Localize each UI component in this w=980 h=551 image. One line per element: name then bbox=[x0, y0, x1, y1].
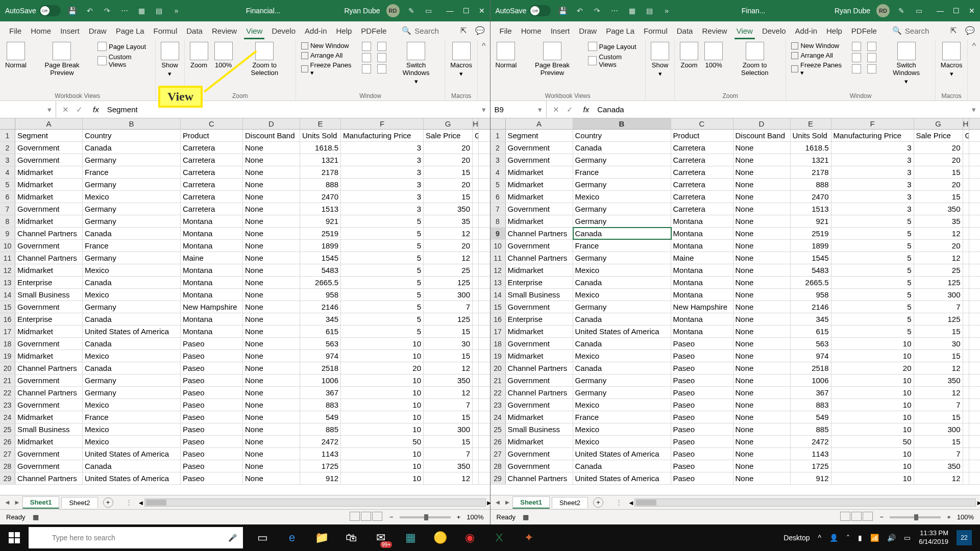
pen-icon[interactable]: ✎ bbox=[406, 5, 417, 16]
cell[interactable]: None bbox=[733, 448, 791, 460]
zoom-100-button[interactable]: 100% bbox=[704, 42, 723, 69]
cell[interactable]: 912 bbox=[300, 472, 341, 484]
battery-icon[interactable]: ▮ bbox=[858, 534, 862, 542]
cell[interactable]: 12 bbox=[914, 252, 963, 264]
sheet-tab[interactable]: Sheet2 bbox=[552, 497, 588, 508]
cell[interactable]: 20 bbox=[914, 154, 963, 166]
ime-icon[interactable]: ▭ bbox=[904, 534, 911, 542]
cell[interactable]: 10 bbox=[831, 374, 914, 386]
tab-add-in[interactable]: Add-in bbox=[301, 23, 331, 38]
tab-review[interactable]: Review bbox=[208, 23, 241, 38]
cell[interactable]: Paseo bbox=[671, 448, 733, 460]
cell[interactable]: 10 bbox=[341, 472, 424, 484]
tab-review[interactable]: Review bbox=[698, 23, 731, 38]
cell[interactable]: None bbox=[243, 387, 300, 398]
cell[interactable]: None bbox=[733, 191, 791, 203]
cell[interactable]: 345 bbox=[300, 313, 341, 325]
row-header[interactable]: 24 bbox=[491, 411, 506, 423]
cell[interactable]: Canada bbox=[573, 228, 671, 239]
cell[interactable]: United States of America bbox=[83, 448, 181, 460]
zoom-slider[interactable] bbox=[400, 516, 451, 518]
cell[interactable]: 12 bbox=[424, 228, 473, 239]
tab-develo[interactable]: Develo bbox=[267, 23, 300, 38]
tell-me-search[interactable]: 🔍 Search bbox=[402, 26, 439, 35]
cell[interactable] bbox=[473, 472, 479, 484]
cell[interactable]: None bbox=[733, 374, 791, 386]
cell[interactable]: None bbox=[243, 362, 300, 374]
cell[interactable]: Canada bbox=[83, 362, 181, 374]
cell[interactable]: 2518 bbox=[791, 362, 831, 374]
cell[interactable]: 958 bbox=[791, 289, 831, 300]
cell[interactable]: Government bbox=[506, 203, 573, 215]
cell[interactable]: None bbox=[733, 301, 791, 313]
cell[interactable]: Channel Partners bbox=[15, 362, 83, 374]
macros-button[interactable]: Macros▾ bbox=[941, 42, 963, 78]
cell[interactable]: 15 bbox=[914, 436, 963, 447]
people-icon[interactable]: 👤 bbox=[829, 534, 838, 542]
cell[interactable]: 2472 bbox=[300, 436, 341, 447]
cell[interactable]: Channel Partners bbox=[15, 387, 83, 398]
cell[interactable] bbox=[963, 472, 969, 484]
cell[interactable]: None bbox=[243, 154, 300, 166]
cell[interactable] bbox=[473, 264, 479, 276]
maximize-icon[interactable]: ☐ bbox=[463, 7, 470, 15]
cell[interactable]: None bbox=[243, 448, 300, 460]
cell[interactable]: None bbox=[243, 191, 300, 203]
cell[interactable]: Discount Band bbox=[733, 130, 791, 141]
cell[interactable]: Midmarket bbox=[15, 350, 83, 362]
cell[interactable]: Mexico bbox=[573, 264, 671, 276]
save-icon[interactable]: 💾 bbox=[67, 5, 78, 16]
tab-formul[interactable]: Formul bbox=[640, 23, 672, 38]
cell[interactable]: Government bbox=[506, 338, 573, 349]
close-icon[interactable]: ✕ bbox=[479, 7, 485, 15]
zoom-level[interactable]: 100% bbox=[957, 513, 974, 521]
row-header[interactable]: 26 bbox=[491, 436, 506, 447]
cell[interactable] bbox=[473, 252, 479, 264]
cell[interactable]: None bbox=[243, 228, 300, 239]
cell[interactable]: None bbox=[243, 411, 300, 423]
window-icon[interactable]: ▭ bbox=[423, 5, 434, 16]
cell[interactable]: Small Business bbox=[506, 423, 573, 435]
cell[interactable]: 15 bbox=[424, 166, 473, 178]
cell[interactable] bbox=[963, 460, 969, 472]
cell[interactable]: United States of America bbox=[573, 325, 671, 337]
cell[interactable]: None bbox=[733, 325, 791, 337]
cell[interactable]: Government bbox=[15, 448, 83, 460]
cell[interactable]: Small Business bbox=[506, 289, 573, 300]
cell[interactable]: Midmarket bbox=[15, 325, 83, 337]
cell[interactable]: Germany bbox=[573, 301, 671, 313]
cell[interactable]: 5 bbox=[831, 215, 914, 227]
cell[interactable]: 3 bbox=[341, 142, 424, 154]
row-header[interactable]: 8 bbox=[0, 215, 15, 227]
zoom-level[interactable]: 100% bbox=[467, 513, 483, 521]
cell[interactable]: Paseo bbox=[671, 460, 733, 472]
cell[interactable]: Government bbox=[15, 240, 83, 252]
cell[interactable]: Units Sold bbox=[791, 130, 831, 141]
cell[interactable] bbox=[963, 203, 969, 215]
col-header-E[interactable]: E bbox=[791, 118, 831, 129]
chrome-icon[interactable]: 🟡 bbox=[426, 524, 454, 551]
col-header-D[interactable]: D bbox=[733, 118, 791, 129]
cell[interactable]: 12 bbox=[424, 472, 473, 484]
cell[interactable]: Mexico bbox=[83, 350, 181, 362]
cell[interactable]: Midmarket bbox=[506, 191, 573, 203]
cell[interactable] bbox=[963, 423, 969, 435]
cell[interactable]: 35 bbox=[424, 215, 473, 227]
tab-file[interactable]: File bbox=[5, 23, 26, 38]
cell[interactable]: Montana bbox=[671, 228, 733, 239]
cell[interactable]: Government bbox=[15, 142, 83, 154]
custom-views-button[interactable]: Custom Views bbox=[588, 53, 641, 68]
undo-icon[interactable]: ↶ bbox=[574, 5, 585, 16]
cell[interactable] bbox=[473, 277, 479, 288]
cell[interactable]: 1899 bbox=[791, 240, 831, 252]
cell[interactable]: 35 bbox=[914, 215, 963, 227]
unhide-button[interactable] bbox=[852, 64, 861, 73]
cell[interactable]: 1725 bbox=[300, 460, 341, 472]
cell[interactable]: Montana bbox=[671, 277, 733, 288]
qat-more-icon[interactable]: » bbox=[661, 5, 672, 16]
cell[interactable]: Montana bbox=[671, 240, 733, 252]
cell[interactable]: None bbox=[243, 203, 300, 215]
cell[interactable]: None bbox=[243, 252, 300, 264]
cell[interactable] bbox=[963, 338, 969, 349]
cell[interactable]: Channel Partners bbox=[506, 228, 573, 239]
